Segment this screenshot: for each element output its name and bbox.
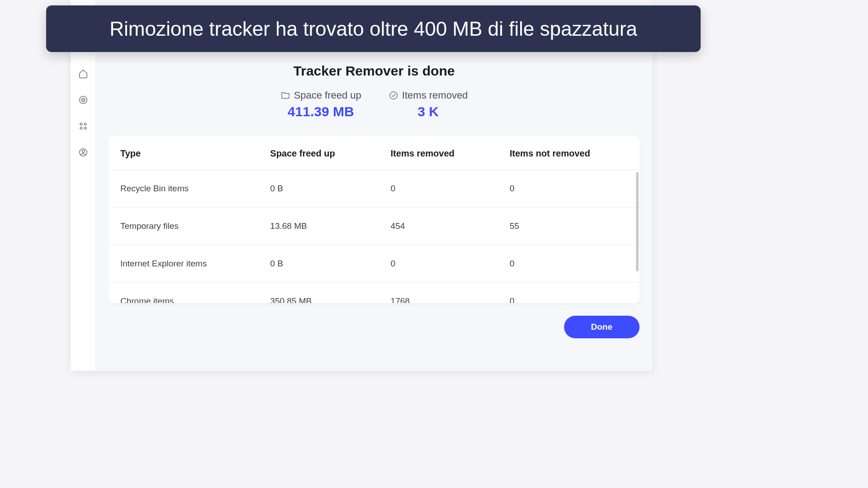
star-icon [78,95,88,105]
svg-point-7 [390,92,398,99]
table-row: Temporary files13.68 MB45455 [109,208,640,245]
table-scroll[interactable]: Type Space freed up Items removed Items … [109,136,640,303]
col-not-removed: Items not removed [498,136,640,170]
cell-space: 13.68 MB [258,208,379,245]
annotation-banner: Rimozione tracker ha trovato oltre 400 M… [46,5,701,52]
cell-notRemoved: 55 [498,208,640,245]
cell-removed: 0 [379,170,498,208]
footer: Done [96,303,652,338]
sidebar-profile[interactable] [75,144,91,161]
check-circle-icon [389,90,398,100]
svg-point-3 [80,127,82,129]
sidebar-favorites[interactable] [75,92,91,108]
apps-icon [78,121,88,131]
col-removed: Items removed [379,136,498,170]
cell-space: 0 B [258,170,379,208]
table-row: Recycle Bin items0 B00 [109,170,640,208]
svg-point-4 [84,127,86,129]
cell-removed: 454 [379,208,498,245]
table-row: Chrome items350.85 MB17680 [109,283,640,303]
summary-stats: Space freed up 411.39 MB Items removed 3… [96,90,652,119]
main-content: Tracker Remover is done Space freed up 4… [96,0,652,371]
home-icon [78,69,88,79]
user-icon [78,147,88,157]
cell-type: Temporary files [109,208,258,245]
sidebar [71,0,96,371]
col-space: Space freed up [258,136,379,170]
sidebar-home[interactable] [75,66,91,82]
cell-removed: 0 [379,245,498,283]
cell-space: 0 B [258,245,379,283]
table-row: Internet Explorer items0 B00 [109,245,640,283]
stat-value: 411.39 MB [288,104,354,119]
svg-point-2 [84,123,86,125]
sidebar-apps[interactable] [75,118,91,134]
svg-point-1 [80,123,82,125]
cell-type: Chrome items [109,283,258,303]
folder-icon [280,90,290,100]
app-window: Tracker Remover is done Space freed up 4… [71,0,652,371]
results-table: Type Space freed up Items removed Items … [109,136,640,303]
done-button[interactable]: Done [564,316,640,338]
page-title: Tracker Remover is done [96,63,652,79]
scrollbar-thumb[interactable] [636,172,639,271]
cell-type: Internet Explorer items [109,245,258,283]
cell-type: Recycle Bin items [109,170,258,208]
stat-space-freed: Space freed up 411.39 MB [280,90,361,119]
stat-label: Space freed up [294,90,361,101]
scrollbar[interactable] [636,172,639,298]
stat-value: 3 K [417,104,439,119]
cell-space: 350.85 MB [258,283,379,303]
cell-removed: 1768 [379,283,498,303]
results-table-card: Type Space freed up Items removed Items … [109,136,640,303]
col-type: Type [109,136,258,170]
stat-label: Items removed [402,90,468,101]
svg-point-6 [82,150,85,153]
cell-notRemoved: 0 [498,283,640,303]
cell-notRemoved: 0 [498,170,640,208]
stat-items-removed: Items removed 3 K [389,90,468,119]
cell-notRemoved: 0 [498,245,640,283]
